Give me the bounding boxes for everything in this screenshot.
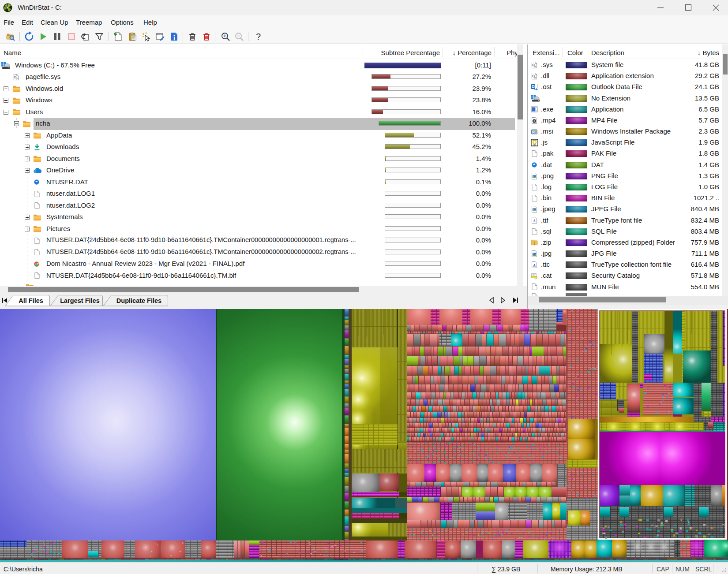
svg-text:?: ? <box>256 32 261 41</box>
